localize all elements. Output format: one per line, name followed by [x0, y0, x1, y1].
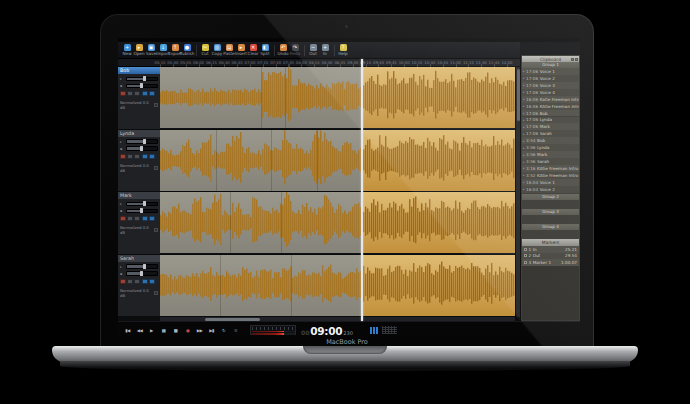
pan-slider[interactable]: ▪ [120, 83, 158, 89]
cut-button[interactable]: ✂Cut [200, 44, 211, 57]
slider-knob[interactable] [140, 208, 143, 213]
track-header-bob[interactable]: Bob▸▪Normalized 0.0 dB [118, 67, 160, 130]
track-lane-mark[interactable] [160, 192, 515, 255]
audio-clip-left[interactable] [160, 192, 361, 253]
track-header-sarah[interactable]: Sarah▸▪Normalized 0.0 dB [118, 255, 160, 318]
marker-checkbox[interactable] [524, 254, 527, 257]
track-header-mark[interactable]: Mark▸▪Normalized 0.0 dB [118, 192, 160, 255]
forward-button[interactable]: ▶▶ [194, 326, 205, 335]
slider-knob[interactable] [143, 201, 146, 206]
audio-clip-right[interactable] [363, 255, 515, 316]
skip-end-button[interactable]: ▶▮ [206, 326, 217, 335]
track-lane-lynda[interactable] [160, 130, 515, 193]
track-auto-button[interactable] [149, 154, 155, 159]
marker-row[interactable]: 1In25.21 [522, 246, 579, 253]
redo-button[interactable]: ↷Redo [290, 44, 301, 57]
clip-list-item[interactable]: ▸3:16KAtie Freeman Intro Outro Daily [522, 165, 579, 172]
track-mute-button[interactable] [127, 216, 133, 221]
clip-list-item[interactable]: ▸17:06Lynda [522, 117, 579, 124]
help-button[interactable]: ?Help [338, 44, 349, 57]
track-solo-button[interactable] [134, 279, 140, 284]
marker-row[interactable]: 2Out29.54 [522, 253, 579, 260]
track-fx-button[interactable] [142, 154, 148, 159]
slider-knob[interactable] [140, 146, 143, 151]
audio-clip-right[interactable] [363, 67, 515, 128]
clear-button[interactable]: ✕Clear [248, 44, 259, 57]
pan-slider[interactable]: ▪ [120, 208, 158, 214]
track-solo-button[interactable] [134, 154, 140, 159]
volume-slider[interactable]: ▸ [120, 264, 158, 270]
track-record-button[interactable] [120, 216, 126, 221]
volume-slider[interactable]: ▸ [120, 201, 158, 207]
track-auto-button[interactable] [149, 91, 155, 96]
audio-clip-right[interactable] [363, 130, 515, 191]
track-lane-bob[interactable] [160, 67, 515, 130]
clip-list-item[interactable]: ▸17:06Voice 1 [522, 68, 579, 75]
normalize-toggle[interactable] [154, 228, 158, 232]
track-auto-button[interactable] [149, 216, 155, 221]
volume-slider[interactable]: ▸ [120, 139, 158, 145]
track-solo-button[interactable] [134, 91, 140, 96]
normalize-toggle[interactable] [154, 103, 158, 107]
clip-list-item[interactable]: ▸3:54Bob [522, 137, 579, 144]
marker-row[interactable]: 3Marker 11:00.07 [522, 259, 579, 266]
publish-button[interactable]: ●Publish [182, 44, 193, 57]
zoom-in-button[interactable]: +In [320, 44, 331, 57]
clip-list-item[interactable]: ▸3:52KAtie Freeman Intro Outro Daily [522, 172, 579, 179]
clip-list-item[interactable]: ▸17:06Voice 4 [522, 89, 579, 96]
clip-list-item[interactable]: ▸17:06Voice 2 [522, 75, 579, 82]
track-lane-sarah[interactable] [160, 255, 515, 318]
panel-close-icon[interactable] [575, 58, 578, 61]
marker-checkbox[interactable] [524, 248, 527, 251]
normalize-toggle[interactable] [154, 166, 158, 170]
play-button[interactable]: ▶ [146, 326, 157, 335]
audio-clip-left[interactable] [160, 130, 361, 191]
sync-grid-icon[interactable] [382, 326, 397, 334]
track-record-button[interactable] [120, 154, 126, 159]
clip-list-item[interactable]: ▸16:06KAtie Freeman Intro Outro Daily [522, 103, 579, 110]
clip-list-item[interactable]: ▸3:56Sarah [522, 158, 579, 165]
track-mute-button[interactable] [127, 154, 133, 159]
clip-list-item[interactable]: ▸3:56Mark [522, 151, 579, 158]
undo-button[interactable]: ↶Undo [278, 44, 289, 57]
panel-minimize-icon[interactable] [571, 58, 574, 61]
insert-button[interactable]: ▸Insert [236, 44, 247, 57]
zoom-out-button[interactable]: −Out [308, 44, 319, 57]
clip-list-item[interactable]: ▸17:06Bob [522, 110, 579, 117]
import-button[interactable]: ↓Import [158, 44, 169, 57]
new-button[interactable]: +New [122, 44, 133, 57]
playhead-cursor[interactable] [361, 59, 363, 321]
clip-list-item[interactable]: ▸16:04Voice 1 [522, 179, 579, 186]
volume-slider[interactable]: ▸ [120, 76, 158, 82]
slider-knob[interactable] [143, 76, 146, 81]
clip-list-item[interactable]: ▸17:06Sarah [522, 130, 579, 137]
timeline-ruler[interactable]: 05:1505:3005:4506:0006:1506:3006:4507:00… [118, 59, 520, 67]
slider-knob[interactable] [143, 264, 146, 269]
slider-knob[interactable] [143, 139, 146, 144]
group-header-3[interactable]: Group 3 [522, 209, 579, 215]
save-button[interactable]: ▣Save [146, 44, 157, 57]
track-fx-button[interactable] [142, 216, 148, 221]
audio-clip-right[interactable] [363, 192, 515, 253]
track-fx-button[interactable] [142, 279, 148, 284]
menu-button[interactable]: ≡ [230, 326, 241, 335]
track-mute-button[interactable] [127, 91, 133, 96]
record-button[interactable]: ● [182, 326, 193, 335]
marker-checkbox[interactable] [524, 261, 527, 264]
track-auto-button[interactable] [149, 279, 155, 284]
waveform-area[interactable] [160, 67, 515, 317]
track-fx-button[interactable] [142, 91, 148, 96]
track-header-lynda[interactable]: Lynda▸▪Normalized 0.0 dB [118, 130, 160, 193]
skip-start-button[interactable]: ▮◀ [122, 326, 133, 335]
slider-knob[interactable] [140, 83, 143, 88]
pause-button[interactable]: ▮▮ [158, 326, 169, 335]
track-solo-button[interactable] [134, 216, 140, 221]
track-record-button[interactable] [120, 279, 126, 284]
stop-button[interactable]: ■ [170, 326, 181, 335]
split-button[interactable]: ◧Split [260, 44, 271, 57]
audio-clip-left[interactable] [160, 255, 361, 316]
pan-slider[interactable]: ▪ [120, 271, 158, 277]
group-header-4[interactable]: Group 4 [522, 224, 579, 230]
track-mute-button[interactable] [127, 279, 133, 284]
clip-list-item[interactable]: ▸16:04Voice 2 [522, 186, 579, 193]
